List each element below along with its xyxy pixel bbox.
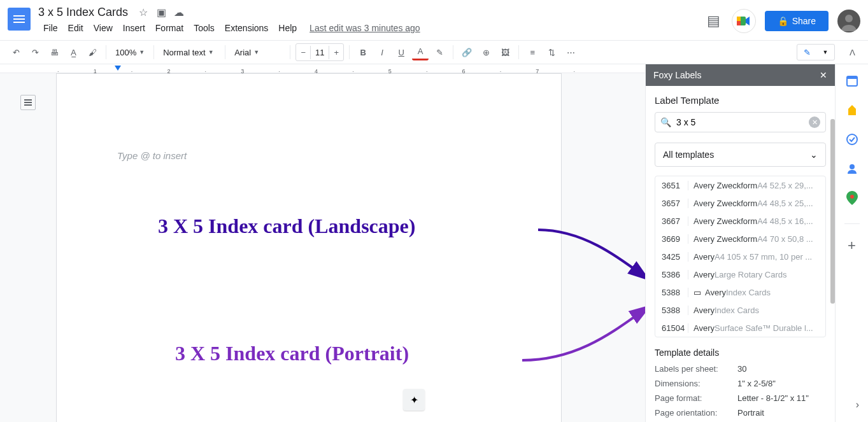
paint-format-icon[interactable]: 🖌 [84, 44, 101, 60]
pencil-icon: ✎ [804, 48, 811, 57]
result-row[interactable]: 5388▭Avery Index Cards [655, 283, 825, 301]
highlight-icon[interactable]: ✎ [431, 44, 448, 60]
svg-point-6 [850, 164, 855, 169]
caret-down-icon: ▼ [253, 49, 259, 55]
separator [225, 45, 225, 59]
template-filter-dropdown[interactable]: All templates ⌄ [655, 143, 826, 167]
spellcheck-icon[interactable]: A̲ [65, 44, 82, 60]
result-row[interactable]: 3657Avery Zweckform A4 48,5 x 25,... [655, 194, 825, 212]
main-area: ·1·2·3·4·5·6·7· Type @ to insert 3 X 5 I… [0, 64, 868, 422]
panel-header: Foxy Labels ✕ [646, 64, 835, 86]
result-code: 5386 [662, 270, 688, 279]
share-label: Share [792, 16, 816, 26]
separator [106, 45, 106, 59]
underline-icon[interactable]: U [393, 44, 409, 60]
menu-extensions[interactable]: Extensions [220, 20, 273, 36]
style-dropdown[interactable]: Normal text▼ [159, 48, 220, 57]
menu-tools[interactable]: Tools [189, 20, 220, 36]
calendar-icon[interactable] [844, 73, 860, 88]
header-right: ▤ 🔒 Share [705, 5, 860, 33]
clear-icon[interactable]: ✕ [809, 116, 820, 128]
search-input[interactable] [676, 117, 809, 127]
menu-edit[interactable]: Edit [63, 20, 89, 36]
detail-label: Labels per sheet: [655, 364, 737, 374]
maps-icon[interactable] [844, 190, 860, 206]
rail-collapse-icon[interactable]: › [856, 399, 859, 411]
ruler[interactable]: ·1·2·3·4·5·6·7· [0, 64, 645, 73]
doc-title[interactable]: 3 x 5 Index Cards [38, 6, 128, 19]
zoom-dropdown[interactable]: 100%▼ [111, 48, 148, 57]
font-size-decrease[interactable]: − [296, 44, 310, 60]
result-row[interactable]: 3667Avery Zweckform A4 48,5 x 16,... [655, 212, 825, 230]
outline-icon[interactable] [20, 95, 36, 110]
details-list: Labels per sheet:30Dimensions:1" x 2-5/8… [655, 364, 826, 418]
star-icon[interactable]: ☆ [138, 6, 149, 18]
menu-file[interactable]: File [38, 20, 63, 36]
bold-icon[interactable]: B [355, 44, 371, 60]
result-code: 3657 [662, 199, 688, 208]
section-title: Label Template [655, 95, 826, 106]
avatar[interactable] [837, 10, 860, 32]
sidebar-toggle-icon[interactable]: ᐱ [844, 44, 860, 60]
comment-icon[interactable]: ⊕ [478, 44, 494, 60]
align-icon[interactable]: ≡ [524, 44, 541, 60]
result-name: Index Cards [715, 306, 759, 315]
meet-icon[interactable] [732, 9, 756, 33]
comments-icon[interactable]: ▤ [708, 15, 720, 27]
result-row[interactable]: 3651Avery Zweckform A4 52,5 x 29,... [655, 176, 825, 194]
page[interactable]: Type @ to insert [56, 73, 562, 422]
result-name: Large Rotary Cards [715, 270, 786, 279]
image-icon[interactable]: 🖼 [497, 44, 513, 60]
explore-button[interactable]: ✦ [403, 389, 425, 411]
svg-rect-2 [737, 21, 741, 25]
result-row[interactable]: 3425Avery A4 105 x 57 mm, 10 per ... [655, 248, 825, 265]
detail-value: 1" x 2-5/8" [737, 379, 776, 388]
result-row[interactable]: 3669Avery Zweckform A4 70 x 50,8 ... [655, 230, 825, 248]
right-rail: + [835, 64, 868, 422]
contacts-icon[interactable] [844, 161, 860, 176]
panel-title: Foxy Labels [653, 70, 701, 80]
chevron-down-icon: ⌄ [810, 150, 818, 160]
edit-mode-dropdown[interactable]: ✎ ▼ [797, 44, 835, 60]
detail-row: Labels per sheet:30 [655, 364, 826, 374]
menu-help[interactable]: Help [273, 20, 302, 36]
close-icon[interactable]: ✕ [820, 70, 827, 80]
line-spacing-icon[interactable]: ⇅ [543, 44, 560, 60]
font-size-value[interactable]: 11 [310, 46, 329, 59]
result-row[interactable]: 61504Avery Surface Safe™ Durable l... [655, 319, 825, 337]
keep-icon[interactable] [844, 102, 860, 118]
font-size-group: − 11 + [295, 43, 344, 61]
italic-icon[interactable]: I [374, 44, 390, 60]
menu-format[interactable]: Format [150, 20, 189, 36]
explore-icon: ✦ [410, 394, 418, 406]
annotation-portrait: 3 X 5 Index card (Portrait) [175, 342, 409, 365]
text-color-icon[interactable]: A [412, 44, 429, 60]
menu-view[interactable]: View [89, 20, 118, 36]
print-icon[interactable]: 🖶 [46, 44, 62, 60]
tasks-icon[interactable] [844, 132, 860, 147]
result-code: 3667 [662, 216, 688, 226]
share-button[interactable]: 🔒 Share [765, 11, 829, 31]
cloud-icon[interactable]: ☁ [173, 6, 185, 18]
style-value: Normal text [163, 48, 205, 57]
redo-icon[interactable]: ↷ [27, 44, 43, 60]
link-icon[interactable]: 🔗 [459, 44, 475, 60]
font-size-increase[interactable]: + [329, 44, 343, 60]
result-row[interactable]: 5386Avery Large Rotary Cards [655, 265, 825, 283]
separator [518, 45, 519, 59]
result-brand: Avery [694, 306, 715, 315]
result-brand: Avery Zweckform [694, 234, 757, 244]
more-icon[interactable]: ⋯ [562, 44, 579, 60]
result-name: A4 48,5 x 25,... [757, 199, 813, 208]
result-code: 3425 [662, 252, 688, 262]
last-edit-link[interactable]: Last edit was 3 minutes ago [309, 20, 420, 36]
docs-logo-icon[interactable] [8, 8, 31, 31]
add-icon[interactable]: + [844, 238, 860, 253]
undo-icon[interactable]: ↶ [8, 44, 24, 60]
font-dropdown[interactable]: Arial▼ [231, 48, 285, 57]
detail-label: Page format: [655, 393, 737, 403]
result-brand: Avery Zweckform [694, 181, 757, 190]
menu-insert[interactable]: Insert [118, 20, 150, 36]
move-icon[interactable]: ▣ [155, 6, 167, 18]
result-row[interactable]: 5388Avery Index Cards [655, 301, 825, 319]
